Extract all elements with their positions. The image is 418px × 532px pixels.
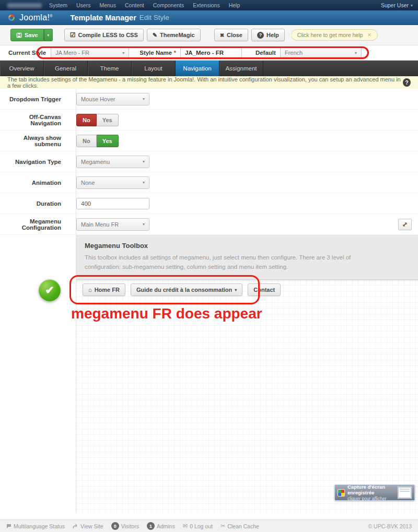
field-label: Always show submenu <box>0 135 68 147</box>
pencil-icon: ✎ <box>153 32 157 39</box>
style-name-label: Style Name * <box>140 50 176 56</box>
navigation-type-select[interactable]: Megamenu ▾ <box>76 156 149 168</box>
megamenu-toolbox: Megamenu Toolbox This toolbox includes a… <box>76 235 418 513</box>
save-disk-icon <box>16 32 22 38</box>
tab-navigation[interactable]: Navigation <box>176 61 219 76</box>
menu-help[interactable]: Help <box>229 2 240 8</box>
info-bar: The tab includes settings of the Megamen… <box>0 76 418 89</box>
thememagic-button[interactable]: ✎ ThemeMagic <box>147 29 201 41</box>
megamenu-config-value: Main Menu FR <box>81 221 119 228</box>
current-style-select[interactable]: JA Mero - FR ▾ <box>51 46 129 59</box>
compile-less-label: Compile LESS to CSS <box>78 32 137 38</box>
default-label: Default <box>256 50 276 56</box>
notification-subtitle: cliquer pour afficher <box>347 496 395 501</box>
chevron-down-icon: ▾ <box>143 180 145 185</box>
menu-users[interactable]: Users <box>76 2 90 8</box>
menu-item-guide-credit[interactable]: Guide du crédit à la consommation ▾ <box>131 283 242 296</box>
template-manager-page: System Users Menus Content Components Ex… <box>0 0 418 532</box>
clean-cache-item[interactable]: ✂ Clean Cache <box>220 523 259 529</box>
checkbox-icon: ☑ <box>70 31 76 39</box>
compile-less-button[interactable]: ☑ Compile LESS to CSS <box>64 29 144 41</box>
offcanvas-yes-option[interactable]: Yes <box>97 114 119 126</box>
menu-content[interactable]: Content <box>125 2 144 8</box>
tab-layout[interactable]: Layout <box>132 61 176 76</box>
multilanguage-status-item[interactable]: Multilanguage Status <box>6 523 65 529</box>
close-button[interactable]: ✖ Close <box>214 29 248 41</box>
screenshot-notification[interactable]: Capture d'écran enregistrée cliquer pour… <box>334 484 415 501</box>
submenu-no-option[interactable]: No <box>76 135 97 147</box>
chevron-down-icon: ▾ <box>355 51 357 55</box>
save-dropdown-toggle[interactable]: ▾ <box>44 29 53 41</box>
toolbox-title: Megamenu Toolbox <box>85 242 410 250</box>
admin-topbar: System Users Menus Content Components Ex… <box>0 0 418 10</box>
chevron-down-icon: ▾ <box>411 3 413 8</box>
app-header: Joomla!® Template Manager Edit Style <box>0 10 418 25</box>
animation-select[interactable]: None ▾ <box>76 176 149 189</box>
dismiss-popover-icon[interactable]: ✕ <box>367 32 371 38</box>
submenu-yes-option[interactable]: Yes <box>97 135 119 147</box>
field-label: Dropdown Trigger <box>0 96 68 102</box>
view-site-item[interactable]: View Site <box>73 523 103 529</box>
annotation-caption: megamenu FR does appear <box>71 305 262 322</box>
menu-item-label: Guide du crédit à la consommation <box>136 287 232 293</box>
logout-label: 0 Log out <box>190 523 213 529</box>
annotation-check-badge: ✔ <box>39 279 61 301</box>
more-help-text: Click here to get more help <box>297 32 363 38</box>
tab-overview[interactable]: Overview <box>0 61 44 76</box>
visitors-item[interactable]: 0 Visitors <box>111 522 139 530</box>
info-bar-text: The tab includes settings of the Megamen… <box>7 76 403 89</box>
view-site-arrow-icon <box>73 524 78 529</box>
style-name-input[interactable] <box>180 47 242 58</box>
close-label: Close <box>227 32 242 38</box>
tab-theme[interactable]: Theme <box>88 61 132 76</box>
help-button[interactable]: ? Help <box>251 29 285 41</box>
thememagic-label: ThemeMagic <box>160 32 195 38</box>
field-label: Duration <box>0 200 68 207</box>
menu-components[interactable]: Components <box>153 2 184 8</box>
duration-input[interactable] <box>76 198 149 209</box>
tab-assignment[interactable]: Assignment <box>219 61 263 76</box>
tab-general[interactable]: General <box>44 61 88 76</box>
menu-system[interactable]: System <box>49 2 67 8</box>
check-icon: ✔ <box>45 284 54 297</box>
chevron-down-icon: ▾ <box>143 97 145 101</box>
field-label: Navigation Type <box>0 159 68 165</box>
form-row-offcanvas: Off-Canvas Navigation No Yes <box>0 110 418 131</box>
menu-item-contact[interactable]: Contact <box>248 283 281 296</box>
default-language-select[interactable]: French ▾ <box>280 46 362 59</box>
offcanvas-no-option[interactable]: No <box>76 114 97 126</box>
admins-item[interactable]: 1 Admins <box>147 522 175 530</box>
screenshot-thumbnail[interactable] <box>398 487 412 499</box>
logout-item[interactable]: ✉ 0 Log out <box>183 523 213 529</box>
current-style-bar: Current Style JA Mero - FR ▾ Style Name … <box>0 45 418 61</box>
inline-help-icon[interactable]: ? <box>403 78 411 87</box>
offcanvas-toggle: No Yes <box>76 114 119 126</box>
user-menu-label: Super User <box>381 2 409 8</box>
joomla-logo-icon <box>6 13 17 23</box>
megamenu-config-select[interactable]: Main Menu FR ▾ <box>76 218 149 231</box>
chevron-down-icon: ▾ <box>143 159 145 164</box>
user-menu[interactable]: Super User ▾ <box>381 2 413 8</box>
form-row-navigation-type: Navigation Type Megamenu ▾ <box>0 151 418 172</box>
save-label: Save <box>25 32 38 38</box>
status-bar: Multilanguage Status View Site 0 Visitor… <box>0 519 418 532</box>
visitors-count-badge: 0 <box>111 522 119 530</box>
copyright-text: © UPC-BVK 2013 <box>368 523 412 529</box>
menu-extensions[interactable]: Extensions <box>193 2 219 8</box>
navigation-type-value: Megamenu <box>81 159 110 165</box>
field-label: Off-Canvas Navigation <box>0 114 68 126</box>
screenshot-app-icon <box>338 489 345 496</box>
more-help-popover[interactable]: Click here to get more help ✕ <box>291 29 378 41</box>
field-label: Megamenu Configuration <box>0 218 68 231</box>
megamenu-preview-bar: ⌂ Home FR Guide du crédit à la consommat… <box>83 283 281 296</box>
menu-menus[interactable]: Menus <box>99 2 116 8</box>
chevron-down-icon: ▾ <box>122 51 124 55</box>
save-button[interactable]: Save <box>10 29 44 41</box>
expand-fullscreen-button[interactable] <box>398 219 412 230</box>
required-asterisk: * <box>173 50 176 56</box>
joomla-brand: Joomla!® <box>19 13 53 22</box>
menu-item-home-fr[interactable]: ⌂ Home FR <box>83 283 125 296</box>
dropdown-trigger-select[interactable]: Mouse Hover ▾ <box>76 93 149 105</box>
chevron-down-icon: ▾ <box>143 222 145 227</box>
speech-bubble-icon <box>6 524 11 529</box>
